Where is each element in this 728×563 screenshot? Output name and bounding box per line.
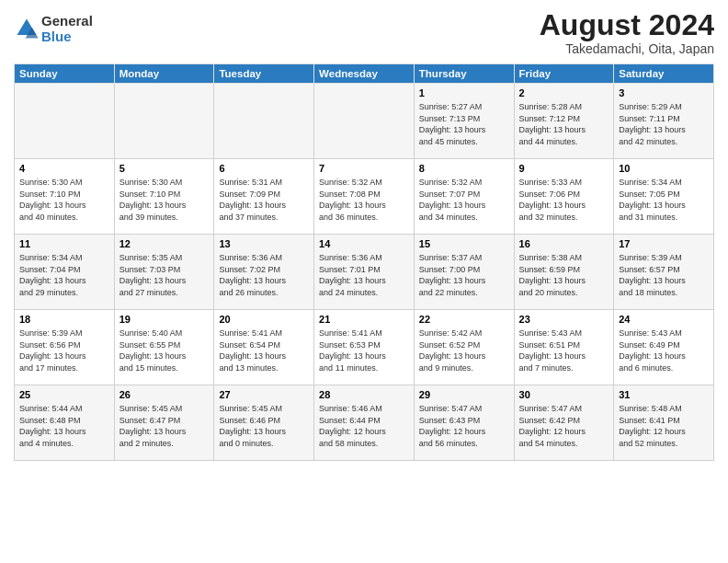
day-info: Sunrise: 5:47 AM Sunset: 6:43 PM Dayligh…	[419, 403, 509, 449]
day-info: Sunrise: 5:30 AM Sunset: 7:10 PM Dayligh…	[19, 177, 109, 223]
day-number: 12	[119, 237, 210, 251]
day-info: Sunrise: 5:32 AM Sunset: 7:08 PM Dayligh…	[319, 177, 409, 223]
day-info: Sunrise: 5:42 AM Sunset: 6:52 PM Dayligh…	[419, 327, 509, 373]
day-number: 10	[619, 162, 709, 176]
day-info: Sunrise: 5:47 AM Sunset: 6:42 PM Dayligh…	[519, 403, 609, 449]
table-row: 18Sunrise: 5:39 AM Sunset: 6:56 PM Dayli…	[15, 310, 115, 385]
header: General Blue August 2024 Takedamachi, Oi…	[14, 9, 714, 56]
day-number: 17	[619, 237, 709, 251]
table-row: 23Sunrise: 5:43 AM Sunset: 6:51 PM Dayli…	[514, 310, 614, 385]
day-number: 20	[219, 313, 309, 327]
day-number: 25	[19, 388, 109, 402]
col-wednesday: Wednesday	[314, 64, 415, 84]
day-info: Sunrise: 5:27 AM Sunset: 7:13 PM Dayligh…	[419, 101, 509, 147]
calendar-week-row: 1Sunrise: 5:27 AM Sunset: 7:13 PM Daylig…	[15, 84, 714, 159]
table-row: 12Sunrise: 5:35 AM Sunset: 7:03 PM Dayli…	[114, 235, 214, 310]
logo-text-line1: General	[41, 13, 93, 29]
main-container: General Blue August 2024 Takedamachi, Oi…	[0, 0, 728, 563]
day-number: 15	[419, 237, 509, 251]
day-number: 13	[219, 237, 309, 251]
col-thursday: Thursday	[414, 64, 514, 84]
day-info: Sunrise: 5:35 AM Sunset: 7:03 PM Dayligh…	[119, 252, 210, 298]
table-row: 19Sunrise: 5:40 AM Sunset: 6:55 PM Dayli…	[114, 310, 214, 385]
day-number: 8	[419, 162, 509, 176]
day-number: 2	[519, 86, 609, 100]
title-block: August 2024 Takedamachi, Oita, Japan	[540, 9, 714, 56]
table-row: 29Sunrise: 5:47 AM Sunset: 6:43 PM Dayli…	[414, 385, 514, 461]
day-info: Sunrise: 5:39 AM Sunset: 6:57 PM Dayligh…	[619, 252, 709, 298]
day-number: 5	[119, 162, 210, 176]
col-friday: Friday	[514, 64, 614, 84]
table-row: 10Sunrise: 5:34 AM Sunset: 7:05 PM Dayli…	[614, 159, 714, 235]
day-number: 23	[519, 313, 609, 327]
day-info: Sunrise: 5:37 AM Sunset: 7:00 PM Dayligh…	[419, 252, 509, 298]
table-row: 9Sunrise: 5:33 AM Sunset: 7:06 PM Daylig…	[514, 159, 614, 235]
day-number: 31	[619, 388, 709, 402]
table-row: 4Sunrise: 5:30 AM Sunset: 7:10 PM Daylig…	[15, 159, 115, 235]
calendar-week-row: 11Sunrise: 5:34 AM Sunset: 7:04 PM Dayli…	[15, 235, 714, 310]
logo: General Blue	[14, 13, 93, 45]
day-number: 11	[19, 237, 109, 251]
table-row: 7Sunrise: 5:32 AM Sunset: 7:08 PM Daylig…	[314, 159, 415, 235]
table-row: 27Sunrise: 5:45 AM Sunset: 6:46 PM Dayli…	[214, 385, 314, 461]
day-info: Sunrise: 5:41 AM Sunset: 6:53 PM Dayligh…	[319, 327, 409, 373]
day-number: 22	[419, 313, 509, 327]
logo-icon	[14, 16, 40, 41]
table-row: 28Sunrise: 5:46 AM Sunset: 6:44 PM Dayli…	[314, 385, 415, 461]
calendar-week-row: 25Sunrise: 5:44 AM Sunset: 6:48 PM Dayli…	[15, 385, 714, 461]
table-row: 20Sunrise: 5:41 AM Sunset: 6:54 PM Dayli…	[214, 310, 314, 385]
col-saturday: Saturday	[614, 64, 714, 84]
month-year: August 2024	[540, 9, 714, 41]
table-row: 6Sunrise: 5:31 AM Sunset: 7:09 PM Daylig…	[214, 159, 314, 235]
day-info: Sunrise: 5:36 AM Sunset: 7:02 PM Dayligh…	[219, 252, 309, 298]
table-row: 26Sunrise: 5:45 AM Sunset: 6:47 PM Dayli…	[114, 385, 214, 461]
table-row: 25Sunrise: 5:44 AM Sunset: 6:48 PM Dayli…	[15, 385, 115, 461]
day-number: 19	[119, 313, 210, 327]
day-info: Sunrise: 5:41 AM Sunset: 6:54 PM Dayligh…	[219, 327, 309, 373]
table-row: 13Sunrise: 5:36 AM Sunset: 7:02 PM Dayli…	[214, 235, 314, 310]
table-row: 31Sunrise: 5:48 AM Sunset: 6:41 PM Dayli…	[614, 385, 714, 461]
calendar-week-row: 4Sunrise: 5:30 AM Sunset: 7:10 PM Daylig…	[15, 159, 714, 235]
day-info: Sunrise: 5:34 AM Sunset: 7:05 PM Dayligh…	[619, 177, 709, 223]
calendar-table: Sunday Monday Tuesday Wednesday Thursday…	[14, 63, 714, 461]
table-row: 22Sunrise: 5:42 AM Sunset: 6:52 PM Dayli…	[414, 310, 514, 385]
day-number: 24	[619, 313, 709, 327]
day-info: Sunrise: 5:40 AM Sunset: 6:55 PM Dayligh…	[119, 327, 210, 373]
table-row: 16Sunrise: 5:38 AM Sunset: 6:59 PM Dayli…	[514, 235, 614, 310]
day-info: Sunrise: 5:39 AM Sunset: 6:56 PM Dayligh…	[19, 327, 109, 373]
day-info: Sunrise: 5:43 AM Sunset: 6:51 PM Dayligh…	[519, 327, 609, 373]
day-number: 27	[219, 388, 309, 402]
table-row: 11Sunrise: 5:34 AM Sunset: 7:04 PM Dayli…	[15, 235, 115, 310]
table-row	[114, 84, 214, 159]
table-row: 14Sunrise: 5:36 AM Sunset: 7:01 PM Dayli…	[314, 235, 415, 310]
table-row: 2Sunrise: 5:28 AM Sunset: 7:12 PM Daylig…	[514, 84, 614, 159]
table-row: 15Sunrise: 5:37 AM Sunset: 7:00 PM Dayli…	[414, 235, 514, 310]
day-info: Sunrise: 5:48 AM Sunset: 6:41 PM Dayligh…	[619, 403, 709, 449]
location: Takedamachi, Oita, Japan	[540, 41, 714, 56]
table-row	[15, 84, 115, 159]
day-info: Sunrise: 5:45 AM Sunset: 6:46 PM Dayligh…	[219, 403, 309, 449]
day-info: Sunrise: 5:46 AM Sunset: 6:44 PM Dayligh…	[319, 403, 409, 449]
day-number: 14	[319, 237, 409, 251]
day-number: 26	[119, 388, 210, 402]
col-tuesday: Tuesday	[214, 64, 314, 84]
day-info: Sunrise: 5:29 AM Sunset: 7:11 PM Dayligh…	[619, 101, 709, 147]
calendar-week-row: 18Sunrise: 5:39 AM Sunset: 6:56 PM Dayli…	[15, 310, 714, 385]
table-row: 1Sunrise: 5:27 AM Sunset: 7:13 PM Daylig…	[414, 84, 514, 159]
table-row: 8Sunrise: 5:32 AM Sunset: 7:07 PM Daylig…	[414, 159, 514, 235]
day-info: Sunrise: 5:43 AM Sunset: 6:49 PM Dayligh…	[619, 327, 709, 373]
table-row: 24Sunrise: 5:43 AM Sunset: 6:49 PM Dayli…	[614, 310, 714, 385]
day-info: Sunrise: 5:32 AM Sunset: 7:07 PM Dayligh…	[419, 177, 509, 223]
table-row	[214, 84, 314, 159]
day-number: 7	[319, 162, 409, 176]
table-row: 30Sunrise: 5:47 AM Sunset: 6:42 PM Dayli…	[514, 385, 614, 461]
table-row: 5Sunrise: 5:30 AM Sunset: 7:10 PM Daylig…	[114, 159, 214, 235]
day-number: 28	[319, 388, 409, 402]
col-sunday: Sunday	[15, 64, 115, 84]
table-row: 3Sunrise: 5:29 AM Sunset: 7:11 PM Daylig…	[614, 84, 714, 159]
day-info: Sunrise: 5:36 AM Sunset: 7:01 PM Dayligh…	[319, 252, 409, 298]
day-info: Sunrise: 5:45 AM Sunset: 6:47 PM Dayligh…	[119, 403, 210, 449]
day-info: Sunrise: 5:33 AM Sunset: 7:06 PM Dayligh…	[519, 177, 609, 223]
day-number: 29	[419, 388, 509, 402]
col-monday: Monday	[114, 64, 214, 84]
